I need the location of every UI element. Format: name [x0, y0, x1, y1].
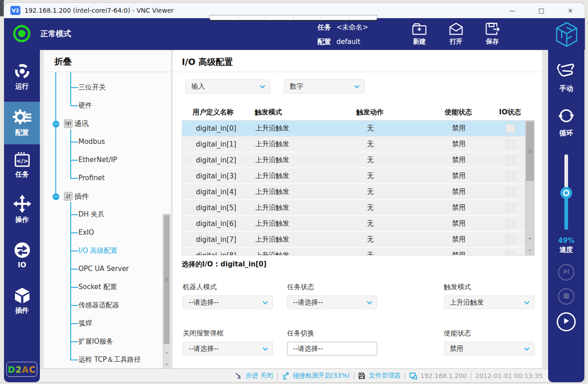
- field-value: 上升沿触发: [450, 298, 484, 306]
- scroll-up-arrow[interactable]: ⌃: [526, 236, 533, 245]
- collapse-toggle-icon[interactable]: −: [53, 121, 59, 128]
- sidebar-item-task[interactable]: </> 任务: [4, 152, 40, 179]
- table-row[interactable]: digital_in[0]上升沿触发无禁用: [182, 121, 525, 137]
- manual-mode-button[interactable]: 手动: [548, 62, 584, 93]
- table-row[interactable]: digital_in[6]上升沿触发无禁用: [182, 216, 525, 232]
- tree-item[interactable]: EtherNet/IP: [44, 151, 161, 169]
- vnc-toolbar-tab[interactable]: [209, 15, 377, 21]
- table-scrollbar-thumb[interactable]: [526, 122, 534, 181]
- dna-badge[interactable]: D2AC: [6, 362, 37, 377]
- file-manager-link[interactable]: 文件管理器: [369, 372, 400, 380]
- cell-enable-state: 禁用: [423, 203, 495, 212]
- io-state-checkbox[interactable]: [506, 251, 515, 256]
- cell-trigger-mode: 上升沿触发: [248, 219, 318, 228]
- io-state-checkbox[interactable]: [506, 140, 515, 149]
- play-button[interactable]: [557, 312, 576, 331]
- tree-item[interactable]: 三位开关: [44, 79, 161, 97]
- sidebar-item-operate[interactable]: 操作: [4, 194, 40, 224]
- tree-item[interactable]: 弧焊: [44, 315, 161, 333]
- open-button-label: 打开: [440, 38, 472, 46]
- step-mode-status[interactable]: 步进 关闭: [245, 372, 272, 380]
- sidebar-item-label: 任务: [4, 170, 40, 179]
- field-value: --请选择--: [189, 345, 219, 353]
- trigger-mode-select[interactable]: 上升沿触发: [444, 295, 535, 309]
- io-state-checkbox[interactable]: [506, 172, 515, 181]
- table-row[interactable]: digital_in[4]上升沿触发无禁用: [182, 184, 525, 200]
- io-state-checkbox[interactable]: [506, 203, 515, 212]
- task-state-select[interactable]: --请选择--: [287, 295, 377, 309]
- collision-detect-status[interactable]: 碰撞检测开启(33%): [293, 372, 350, 380]
- tree-item[interactable]: 传感器适配器: [44, 296, 161, 315]
- speed-slider[interactable]: [564, 154, 568, 230]
- tree-item[interactable]: Profinet: [44, 169, 161, 187]
- sidebar-item-run[interactable]: 运行: [4, 63, 40, 91]
- selected-io-label: 选择的I/O : digital_in[0]: [182, 260, 267, 269]
- tree-item[interactable]: −插件: [44, 187, 161, 206]
- cycle-mode-button[interactable]: 循环: [548, 106, 584, 138]
- tree-scrollbar[interactable]: ⌃ ⌄: [163, 214, 170, 369]
- step-forward-button[interactable]: [558, 264, 574, 281]
- io-state-checkbox[interactable]: [506, 156, 515, 165]
- tree-scrollbar-thumb[interactable]: [164, 215, 170, 344]
- tree-item[interactable]: OPC UA Server: [44, 260, 161, 278]
- enable-state-select[interactable]: 禁用: [444, 342, 535, 355]
- tree-item[interactable]: 硬件: [44, 97, 161, 115]
- tree-item[interactable]: ExIO: [44, 224, 161, 242]
- tree-header[interactable]: 折叠: [44, 50, 171, 72]
- io-state-checkbox[interactable]: [506, 235, 515, 244]
- config-tree-panel: 折叠 安全工具三位开关硬件−通讯ModbusEtherNet/IPProfine…: [43, 50, 171, 369]
- close-alarm-select[interactable]: --请选择--: [183, 342, 273, 355]
- cell-user-name: digital_in[7]: [182, 236, 248, 244]
- tree-item-label: 三位开关: [78, 83, 106, 92]
- tree-item[interactable]: 扩展IO服务: [44, 333, 161, 351]
- close-button[interactable]: ×: [556, 3, 585, 18]
- maximize-button[interactable]: □: [527, 3, 556, 18]
- tree-item[interactable]: 远程 TCP＆工具路径: [44, 351, 161, 369]
- tree-item[interactable]: 安全工具: [44, 72, 161, 79]
- table-row[interactable]: digital_in[1]上升沿触发无禁用: [182, 137, 525, 153]
- table-scrollbar[interactable]: ⌃ ⌄: [525, 120, 535, 256]
- table-row[interactable]: digital_in[7]上升沿触发无禁用: [182, 232, 525, 248]
- table-row[interactable]: digital_in[2]上升沿触发无禁用: [182, 153, 525, 168]
- table-row[interactable]: digital_in[3]上升沿触发无禁用: [182, 168, 525, 184]
- io-type-select[interactable]: 数字: [284, 79, 364, 94]
- tree-item-label: OPC UA Server: [78, 265, 129, 273]
- cell-trigger-action: 无: [318, 172, 423, 180]
- speed-slider-thumb[interactable]: [560, 187, 572, 199]
- task-switch-input[interactable]: --请选择--: [287, 342, 377, 355]
- io-state-checkbox[interactable]: [506, 219, 515, 228]
- io-state-checkbox[interactable]: [506, 187, 515, 197]
- new-button[interactable]: 新建: [403, 21, 436, 46]
- step-mode-icon: [235, 372, 242, 379]
- tree-item-label: 弧焊: [78, 319, 92, 328]
- sidebar-item-plugin[interactable]: 插件: [4, 287, 40, 315]
- scroll-up-arrow[interactable]: ⌃: [163, 350, 170, 359]
- tree-item[interactable]: Socket 配置: [44, 278, 161, 296]
- tree-item[interactable]: −通讯: [44, 115, 161, 133]
- cell-trigger-mode: 上升沿触发: [248, 203, 318, 212]
- task-code-icon: </>: [4, 152, 40, 168]
- sliders-icon: [64, 192, 73, 201]
- collapse-toggle-icon[interactable]: −: [53, 193, 59, 200]
- minimize-button[interactable]: —: [498, 3, 527, 18]
- tree-item[interactable]: I/O 高级配置: [44, 242, 161, 260]
- config-info: 配置 default: [317, 38, 360, 46]
- sidebar-item-config[interactable]: 配置: [4, 102, 40, 144]
- stop-button[interactable]: [558, 288, 574, 305]
- cell-enable-state: 禁用: [423, 251, 495, 256]
- tree-item[interactable]: Modbus: [44, 133, 161, 151]
- io-state-checkbox[interactable]: [506, 124, 515, 133]
- cell-enable-state: 禁用: [423, 219, 495, 228]
- table-row[interactable]: digital_in[8]上升沿触发无禁用: [182, 248, 525, 256]
- table-row[interactable]: digital_in[5]上升沿触发无禁用: [182, 200, 525, 216]
- robot-mode-select[interactable]: --请选择--: [183, 295, 273, 309]
- sidebar-item-io[interactable]: IO: [4, 241, 40, 269]
- save-button-label: 保存: [476, 38, 509, 46]
- tree-item[interactable]: DH 夹爪: [44, 206, 161, 224]
- io-direction-select[interactable]: 输入: [185, 79, 270, 94]
- open-button[interactable]: 打开: [440, 21, 472, 46]
- scroll-down-arrow[interactable]: ⌄: [163, 359, 170, 368]
- cell-user-name: digital_in[4]: [182, 188, 248, 196]
- save-button[interactable]: 保存: [476, 21, 509, 46]
- scroll-down-arrow[interactable]: ⌄: [526, 245, 533, 254]
